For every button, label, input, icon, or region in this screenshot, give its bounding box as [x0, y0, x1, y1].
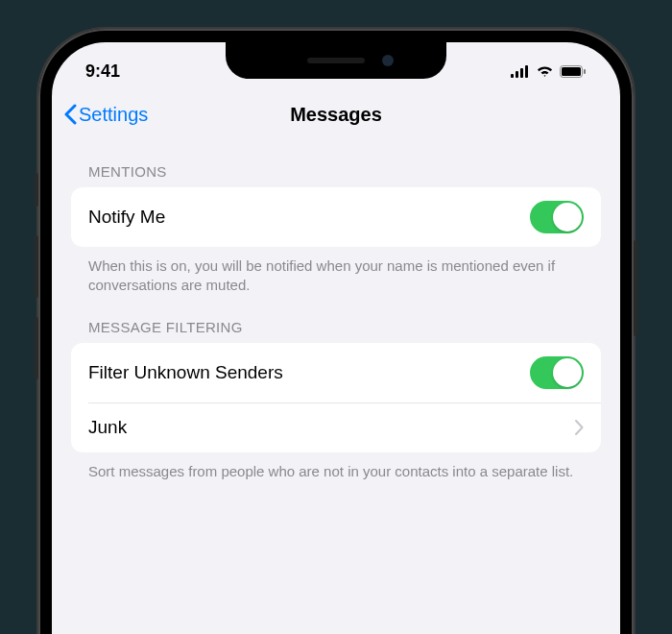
- notify-me-label: Notify Me: [88, 207, 165, 228]
- status-icons: [511, 64, 587, 78]
- volume-up-button: [35, 235, 38, 298]
- filtering-group: Filter Unknown Senders Junk: [71, 343, 601, 452]
- svg-rect-2: [520, 68, 523, 78]
- svg-rect-0: [511, 74, 514, 78]
- svg-rect-3: [525, 65, 528, 78]
- front-camera: [382, 55, 394, 66]
- mentions-group: Notify Me: [71, 187, 601, 247]
- junk-row[interactable]: Junk: [88, 402, 601, 452]
- filter-unknown-row[interactable]: Filter Unknown Senders: [71, 343, 601, 402]
- chevron-right-icon: [575, 420, 584, 435]
- chevron-left-icon: [63, 104, 77, 125]
- svg-rect-6: [584, 69, 586, 74]
- mentions-header: MENTIONS: [71, 148, 601, 187]
- phone-frame: 9:41: [38, 29, 634, 634]
- filtering-header: MESSAGE FILTERING: [71, 304, 601, 343]
- battery-icon: [560, 65, 587, 78]
- toggle-knob: [553, 203, 582, 232]
- page-title: Messages: [290, 104, 382, 126]
- filtering-footer: Sort messages from people who are not in…: [71, 452, 601, 489]
- notify-me-toggle[interactable]: [530, 201, 584, 233]
- power-button: [634, 240, 637, 336]
- speaker: [307, 58, 365, 63]
- status-time: 9:41: [85, 61, 120, 82]
- mentions-footer: When this is on, you will be notified wh…: [71, 247, 601, 304]
- screen: 9:41: [52, 42, 620, 634]
- junk-label: Junk: [88, 417, 127, 438]
- svg-rect-1: [516, 71, 518, 78]
- svg-rect-5: [562, 67, 581, 76]
- cellular-icon: [511, 65, 530, 78]
- nav-bar: Settings Messages: [52, 90, 620, 138]
- content: MENTIONS Notify Me When this is on, you …: [52, 138, 620, 499]
- notch: [226, 42, 446, 79]
- filter-unknown-toggle[interactable]: [530, 356, 584, 389]
- notify-me-row[interactable]: Notify Me: [71, 187, 601, 247]
- wifi-icon: [536, 64, 554, 78]
- back-button[interactable]: Settings: [63, 104, 148, 126]
- mute-switch: [35, 173, 38, 207]
- filter-unknown-label: Filter Unknown Senders: [88, 362, 283, 383]
- volume-down-button: [35, 317, 38, 379]
- toggle-knob: [553, 358, 582, 387]
- back-label: Settings: [79, 104, 148, 126]
